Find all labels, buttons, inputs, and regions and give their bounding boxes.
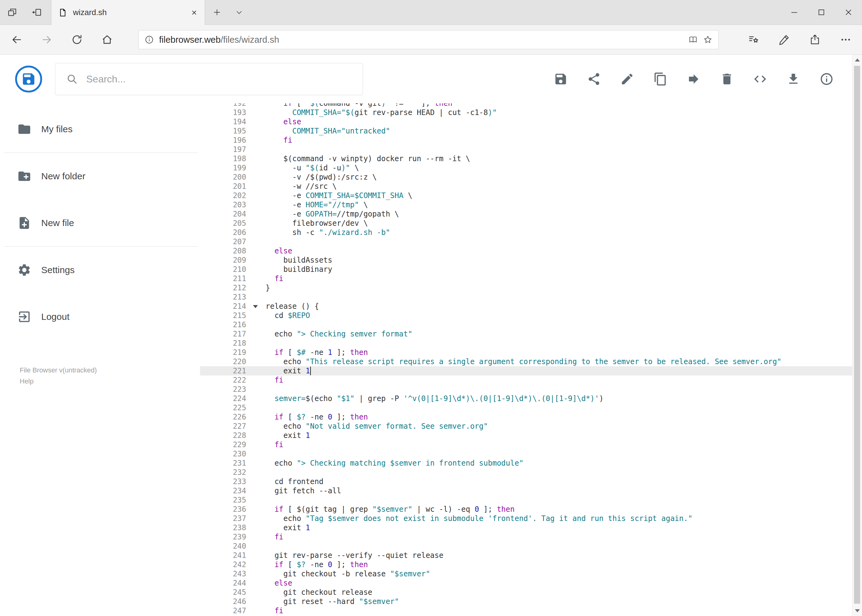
code-line[interactable]: 220 echo "This release script requires a… <box>200 357 852 366</box>
close-button[interactable] <box>835 0 862 25</box>
delete-button[interactable] <box>712 64 742 94</box>
code-button[interactable] <box>745 64 775 94</box>
code-line[interactable]: 222 fi <box>200 376 852 385</box>
url-bar[interactable]: filebrowser.web/files/wizard.sh <box>139 30 719 49</box>
code-line[interactable]: 232 <box>200 468 852 477</box>
code-line[interactable]: 242 if [ $? -ne 0 ]; then <box>200 560 852 569</box>
code-line[interactable]: 234 git fetch --all <box>200 486 852 495</box>
sidebar-item-logout[interactable]: Logout <box>0 293 200 340</box>
tab-close-icon[interactable] <box>191 9 198 16</box>
code-line[interactable]: 230 <box>200 449 852 459</box>
tab-preview-button[interactable] <box>0 0 25 25</box>
code-line[interactable]: 206 sh -c "./wizard.sh -b" <box>200 228 852 237</box>
search-box[interactable] <box>55 63 363 95</box>
sidebar-item-new-file[interactable]: New file <box>0 200 200 246</box>
code-line[interactable]: 219 if [ $# -ne 1 ]; then <box>200 348 852 357</box>
code-line[interactable]: 221 exit 1 <box>200 366 852 376</box>
code-line[interactable]: 235 <box>200 495 852 504</box>
code-line[interactable]: 216 <box>200 320 852 329</box>
code-line[interactable]: 196 fi <box>200 136 852 145</box>
sidebar-item-my-files[interactable]: My files <box>0 106 200 152</box>
code-line[interactable]: 238 exit 1 <box>200 523 852 532</box>
code-line[interactable]: 246 git reset --hard "$semver" <box>200 597 852 606</box>
code-line[interactable]: 217 echo "> Checking semver format" <box>200 329 852 339</box>
download-button[interactable] <box>778 64 808 94</box>
code-line[interactable]: 237 echo "Tag $semver does not exist in … <box>200 514 852 523</box>
code-line[interactable]: 205 filebrowser/dev \ <box>200 218 852 228</box>
help-link[interactable]: Help <box>20 376 97 387</box>
code-line[interactable]: 194 else <box>200 117 852 126</box>
code-line[interactable]: 201 -w //src \ <box>200 182 852 191</box>
sidebar-item-settings[interactable]: Settings <box>0 247 200 293</box>
code-line[interactable]: 211 fi <box>200 274 852 283</box>
code-line[interactable]: 210 buildBinary <box>200 265 852 274</box>
share-button[interactable] <box>579 64 609 94</box>
code-line[interactable]: 207 <box>200 237 852 246</box>
code-line[interactable]: 241 git rev-parse --verify --quiet relea… <box>200 551 852 560</box>
site-info-icon[interactable] <box>144 35 154 45</box>
code-line[interactable]: 208 else <box>200 246 852 256</box>
copy-button[interactable] <box>646 64 675 94</box>
web-note-button[interactable] <box>769 25 799 55</box>
refresh-button[interactable] <box>62 25 92 55</box>
code-line[interactable]: 198 $(command -v winpty) docker run --rm… <box>200 154 852 163</box>
code-line[interactable]: 200 -v /$(pwd):/src:z \ <box>200 173 852 182</box>
save-button[interactable] <box>546 64 575 94</box>
code-line[interactable]: 227 echo "Not valid semver format. See s… <box>200 422 852 431</box>
move-button[interactable] <box>679 64 708 94</box>
tabs-aside-button[interactable] <box>25 0 49 25</box>
maximize-button[interactable] <box>808 0 835 25</box>
scrollbar-thumb[interactable] <box>854 66 860 604</box>
code-line[interactable]: 247 fi <box>200 606 852 615</box>
fold-arrow-icon[interactable] <box>253 305 258 308</box>
code-line[interactable]: 245 git checkout release <box>200 588 852 597</box>
code-line[interactable]: 214release () { <box>200 302 852 311</box>
scroll-up-icon[interactable] <box>853 55 862 65</box>
edit-button[interactable] <box>612 64 642 94</box>
code-line[interactable]: 224 semver=$(echo "$1" | grep -P '^v(0|[… <box>200 394 852 403</box>
code-line[interactable]: 215 cd $REPO <box>200 311 852 320</box>
code-line[interactable]: 233 cd frontend <box>200 477 852 486</box>
code-line[interactable]: 228 exit 1 <box>200 431 852 440</box>
code-line[interactable]: 203 -e HOME="//tmp" \ <box>200 200 852 209</box>
info-button[interactable] <box>812 64 842 94</box>
code-line[interactable]: 231 echo "> Checking matching $semver in… <box>200 459 852 468</box>
code-line[interactable]: 218 <box>200 339 852 348</box>
scroll-down-icon[interactable] <box>853 605 862 616</box>
code-line[interactable]: 202 -e COMMIT_SHA=$COMMIT_SHA \ <box>200 191 852 200</box>
reading-view-icon[interactable] <box>688 35 698 45</box>
code-line[interactable]: 225 <box>200 403 852 412</box>
code-line[interactable]: 212} <box>200 283 852 292</box>
browser-tab[interactable]: wizard.sh <box>51 0 205 25</box>
code-line[interactable]: 236 if [ $(git tag | grep "$semver" | wc… <box>200 504 852 514</box>
more-options-button[interactable] <box>830 25 861 55</box>
code-line[interactable]: 229 fi <box>200 440 852 449</box>
code-line[interactable]: 240 <box>200 542 852 551</box>
code-line[interactable]: 204 -e GOPATH=//tmp/gopath \ <box>200 209 852 218</box>
code-line[interactable]: 193 COMMIT_SHA="$(git rev-parse HEAD | c… <box>200 108 852 117</box>
code-line[interactable]: 226 if [ $? -ne 0 ]; then <box>200 412 852 422</box>
new-tab-button[interactable] <box>205 0 229 25</box>
code-line[interactable]: 223 <box>200 385 852 394</box>
code-line[interactable]: 243 git checkout -b release "$semver" <box>200 569 852 578</box>
minimize-button[interactable] <box>781 0 808 25</box>
sidebar-item-new-folder[interactable]: New folder <box>0 153 200 200</box>
home-button[interactable] <box>92 25 122 55</box>
back-button[interactable] <box>2 25 32 55</box>
hub-button[interactable] <box>738 25 769 55</box>
forward-button[interactable] <box>32 25 62 55</box>
code-line[interactable]: 197 <box>200 145 852 154</box>
code-line[interactable]: 213 <box>200 292 852 302</box>
code-line[interactable]: 192 if [ "$(command -v git)" != "" ]; th… <box>200 103 852 108</box>
share-page-button[interactable] <box>799 25 830 55</box>
filebrowser-logo[interactable] <box>15 65 43 93</box>
favorite-star-icon[interactable] <box>703 35 713 45</box>
page-scrollbar[interactable] <box>852 55 862 616</box>
code-line[interactable]: 195 COMMIT_SHA="untracked" <box>200 126 852 136</box>
code-line[interactable]: 209 buildAssets <box>200 256 852 265</box>
code-line[interactable]: 244 else <box>200 578 852 588</box>
code-line[interactable]: 199 -u "$(id -u)" \ <box>200 163 852 173</box>
search-input[interactable] <box>86 74 352 85</box>
code-line[interactable]: 239 fi <box>200 532 852 542</box>
code-editor[interactable]: 192 if [ "$(command -v git)" != "" ]; th… <box>200 103 852 616</box>
